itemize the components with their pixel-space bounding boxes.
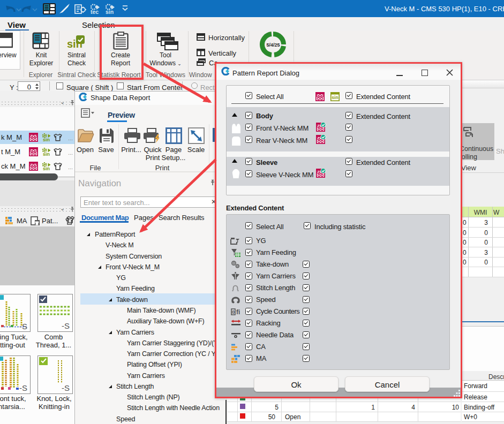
svg-text:sin: sin — [332, 95, 338, 100]
svg-text:0: 0 — [232, 309, 235, 315]
svg-text:5/4/25: 5/4/25 — [266, 42, 280, 48]
svg-text:fi: fi — [236, 308, 240, 316]
